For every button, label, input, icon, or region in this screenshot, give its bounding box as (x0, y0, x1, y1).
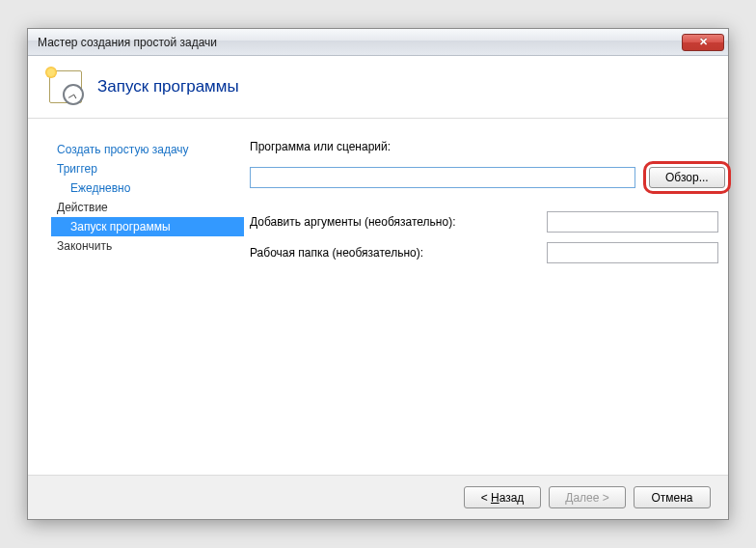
close-button[interactable]: ✕ (682, 34, 724, 51)
back-u: Н (491, 491, 500, 505)
back-prefix: < (481, 491, 491, 505)
wizard-footer: < Назад Далее > Отмена (28, 475, 728, 519)
nav-trigger[interactable]: Триггер (51, 159, 244, 178)
next-rest: алее > (573, 491, 608, 505)
wizard-body: Создать простую задачу Триггер Ежедневно… (28, 119, 728, 456)
browse-button[interactable]: Обзор... (649, 167, 725, 188)
task-clock-icon (49, 70, 82, 103)
program-label: Программа или сценарий: (250, 140, 391, 153)
nav-action: Действие (51, 198, 244, 217)
arguments-label: Добавить аргументы (необязательно): (250, 215, 539, 229)
titlebar[interactable]: Мастер создания простой задачи ✕ (28, 29, 728, 56)
nav-finish: Закончить (51, 236, 244, 256)
page-title: Запуск программы (97, 77, 239, 96)
back-button[interactable]: < Назад (464, 486, 541, 508)
nav-start-program[interactable]: Запуск программы (51, 217, 244, 236)
form-area: Программа или сценарий: Обзор... Добавит… (244, 140, 731, 456)
browse-highlight: Обзор... (643, 161, 731, 194)
start-in-label: Рабочая папка (необязательно): (250, 246, 539, 260)
next-button[interactable]: Далее > (549, 486, 626, 508)
cancel-button[interactable]: Отмена (634, 486, 711, 508)
start-in-input[interactable] (547, 242, 718, 263)
back-rest: азад (500, 491, 525, 505)
wizard-nav: Создать простую задачу Триггер Ежедневно… (51, 140, 244, 456)
nav-trigger-daily[interactable]: Ежедневно (51, 178, 244, 198)
wizard-dialog: Мастер создания простой задачи ✕ Запуск … (27, 28, 729, 520)
nav-create-basic-task[interactable]: Создать простую задачу (51, 140, 244, 159)
close-icon: ✕ (699, 36, 708, 48)
wizard-header: Запуск программы (28, 56, 728, 118)
program-path-input[interactable] (250, 167, 635, 188)
window-title: Мастер создания простой задачи (38, 36, 682, 49)
arguments-input[interactable] (547, 211, 718, 233)
